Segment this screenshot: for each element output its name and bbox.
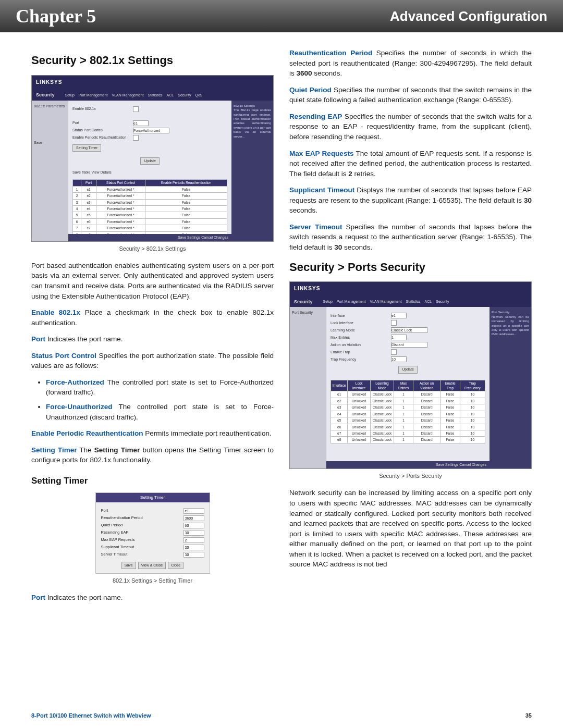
ss-sidebar: Port Security	[290, 307, 326, 468]
ss-tab[interactable]: Security	[178, 93, 191, 98]
document-page: Chapter 5 Advanced Configuration Securit…	[0, 0, 563, 728]
field-label: Enable 802.1x	[72, 106, 130, 112]
enable-8021x-checkbox[interactable]	[133, 106, 139, 112]
caption-setting-timer: 802.1x Settings > Setting Timer	[31, 577, 274, 585]
table-row: e7UnlockedClassic Lock1DiscardFalse10	[331, 430, 485, 436]
table-row: 1e1ForceAuthorized *False	[73, 186, 227, 192]
ss-bottom-bar[interactable]: Save Settings Cancel Changes	[326, 461, 489, 468]
chapter-header: Chapter 5 Advanced Configuration	[0, 0, 563, 32]
reauth-para: Reauthentication Period Specifies the nu…	[289, 48, 532, 79]
ss-tab[interactable]: QoS	[195, 93, 203, 98]
dlg-label: Resending EAP	[101, 530, 129, 536]
term: Force-Unauthorized	[46, 403, 113, 411]
action-select[interactable]: Discard	[391, 342, 427, 348]
sidebar-item[interactable]: Port Security	[292, 310, 324, 315]
server-para: Server Timeout Specifies the number of s…	[289, 222, 532, 253]
table-row: e1UnlockedClassic Lock1DiscardFalse10	[331, 391, 485, 398]
interface-select[interactable]: e1	[391, 313, 407, 318]
ss-brand: LINKSYS	[290, 282, 531, 297]
bullet-force-authorized: Force-Authorized The controlled port sta…	[46, 377, 274, 398]
resend-para: Resending EAP Specifies the number of se…	[289, 112, 532, 142]
left-column: Security > 802.1x Settings LINKSYS Secur…	[31, 48, 274, 609]
ss-tab[interactable]: Port Management	[79, 93, 108, 98]
ss-help-panel: 802.1x SettingsThe 802.1x page enables c…	[231, 101, 273, 241]
table-row: e6UnlockedClassic Lock1DiscardFalse10	[331, 424, 485, 430]
lock-interface-checkbox[interactable]	[391, 320, 397, 326]
dlg-save-button[interactable]: Save	[121, 562, 136, 569]
th: Action on Violation	[413, 380, 440, 391]
th: Port	[81, 180, 96, 186]
dlg-field[interactable]: 30	[183, 530, 204, 536]
trap-freq-field[interactable]: 10	[391, 356, 407, 362]
field-label: Port	[72, 120, 130, 126]
dlg-field[interactable]: 30	[183, 552, 204, 558]
ss-tab[interactable]: Statistics	[148, 93, 163, 98]
intro-paragraph: Port based authentication enables authen…	[31, 261, 274, 301]
table-row: 7e7ForceAuthorized *False	[73, 225, 227, 231]
dlg-close-button[interactable]: Close	[168, 562, 183, 569]
ss-sidebar: 802.1x Parameters Save	[32, 101, 68, 241]
sidebar-item[interactable]: Save	[34, 140, 66, 145]
port-select[interactable]: e1	[133, 120, 149, 126]
ss-tab[interactable]: Setup	[65, 93, 75, 98]
field-label: Lock Interface	[331, 320, 388, 326]
update-button[interactable]: Update	[398, 366, 418, 373]
table-row: 4e4ForceAuthorized *False	[73, 206, 227, 212]
dlg-field[interactable]: 60	[183, 523, 204, 528]
learning-mode-select[interactable]: Classic Lock	[391, 327, 427, 333]
table-row: e3UnlockedClassic Lock1DiscardFalse10	[331, 404, 485, 411]
ss-help-panel: Port SecurityNetwork security can be inc…	[489, 307, 531, 468]
maxeap-para: Max EAP Requests The total amount of EAP…	[289, 149, 532, 179]
term: Port	[31, 335, 45, 343]
ss-main: Enable 802.1x Porte1 Status Port Control…	[68, 101, 231, 241]
status-port-para: Status Port Control Specifies the port a…	[31, 351, 274, 371]
dlg-label: Supplicant Timeout	[101, 545, 134, 550]
port-para: Port Indicates the port name.	[31, 334, 274, 344]
term: Quiet Period	[289, 86, 332, 94]
dlg-field[interactable]: 3600	[183, 515, 204, 521]
ss-tab[interactable]: Port Management	[337, 299, 366, 304]
periodic-checkbox[interactable]	[133, 135, 139, 141]
field-label: Enable Periodic Reauthentication	[72, 135, 130, 140]
dlg-label: Quiet Period	[101, 523, 123, 528]
ss-tab[interactable]: Statistics	[406, 299, 421, 304]
caption-ports-security: Security > Ports Security	[289, 472, 532, 480]
sidebar-item[interactable]: 802.1x Parameters	[34, 104, 66, 109]
setting-timer-dialog: Setting Timer Porte1 Reauthentication Pe…	[95, 492, 210, 574]
max-entries-field[interactable]: 1	[391, 335, 407, 340]
ss-bottom-bar[interactable]: Save Settings Cancel Changes	[68, 234, 231, 241]
term: Supplicant Timeout	[289, 186, 354, 194]
section-title: Advanced Configuration	[390, 8, 547, 24]
ss-tab[interactable]: VLAN Management	[112, 93, 143, 98]
dlg-view-close-button[interactable]: View & Close	[138, 562, 166, 569]
table-links[interactable]: Save Table View Details	[72, 170, 227, 175]
th: Learning Mode	[371, 380, 394, 391]
ss-tabs: Security Setup Port Management VLAN Mana…	[32, 90, 273, 101]
status-port-select[interactable]: ForceAuthorized	[133, 128, 169, 133]
ss-nav-title: Security	[36, 92, 55, 98]
enable-trap-checkbox[interactable]	[391, 349, 397, 355]
ss-main: Interfacee1 Lock Interface Learning Mode…	[326, 307, 489, 468]
term: Server Timeout	[289, 223, 342, 231]
field-label: Trap Frequency	[331, 357, 388, 362]
dlg-title: Setting Timer	[96, 493, 210, 502]
field-label: Status Port Control	[72, 128, 130, 133]
ss-tab[interactable]: VLAN Management	[370, 299, 401, 304]
term: Force-Authorized	[46, 378, 104, 386]
table-row: e5UnlockedClassic Lock1DiscardFalse10	[331, 417, 485, 424]
ss-tab[interactable]: ACL	[425, 299, 432, 304]
update-button[interactable]: Update	[140, 157, 160, 165]
setting-timer-button[interactable]: Setting Timer	[72, 144, 101, 152]
ss-nav-title: Security	[294, 299, 313, 305]
term: Enable 802.1x	[31, 309, 80, 316]
screenshot-8021x-settings: LINKSYS Security Setup Port Management V…	[31, 75, 274, 242]
dlg-field[interactable]: 2	[183, 537, 204, 543]
dlg-field[interactable]: e1	[183, 508, 204, 514]
th: Enable Trap	[440, 380, 460, 391]
ss-tab[interactable]: Setup	[323, 299, 333, 304]
term: Resending EAP	[289, 113, 342, 120]
setting-timer-para: Setting Timer The Setting Timer button o…	[31, 445, 274, 465]
ss-tab[interactable]: Security	[436, 299, 449, 304]
dlg-field[interactable]: 30	[183, 545, 204, 550]
ss-tab[interactable]: ACL	[167, 93, 174, 98]
